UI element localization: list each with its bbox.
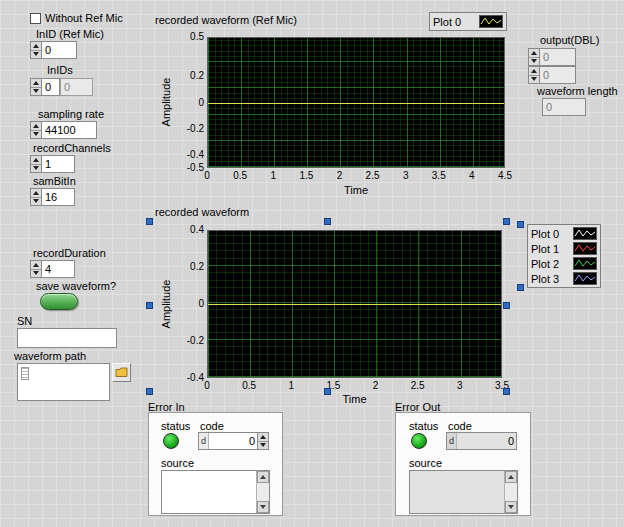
- source-label: source: [161, 457, 194, 469]
- plot-style-icon: [573, 257, 597, 270]
- decrement-icon[interactable]: [31, 198, 41, 206]
- increment-icon[interactable]: [31, 79, 41, 88]
- scrollbar[interactable]: [504, 471, 517, 513]
- scroll-up-icon[interactable]: [505, 471, 517, 483]
- selection-handle[interactable]: [324, 218, 331, 225]
- record-duration-control: 4: [30, 260, 75, 278]
- selection-handle[interactable]: [324, 388, 331, 395]
- legend-item[interactable]: Plot 3: [531, 271, 597, 286]
- save-waveform-button[interactable]: [40, 293, 78, 310]
- increment-icon[interactable]: [258, 433, 268, 442]
- y-tick-label: -0.2: [150, 335, 204, 347]
- scrollbar[interactable]: [256, 471, 269, 513]
- increment-icon[interactable]: [31, 261, 41, 270]
- scroll-down-icon[interactable]: [505, 501, 517, 513]
- decrement-icon[interactable]: [529, 58, 539, 66]
- inids-element-field[interactable]: 0: [60, 78, 93, 96]
- error-out-code-value: 0: [457, 433, 516, 449]
- radix-indicator: d: [447, 433, 457, 449]
- scroll-up-icon[interactable]: [257, 471, 269, 483]
- path-glyph-icon: [21, 367, 29, 380]
- selection-handle[interactable]: [517, 284, 524, 291]
- record-channels-field[interactable]: 1: [41, 155, 75, 173]
- scroll-down-icon[interactable]: [257, 501, 269, 513]
- x-tick-label: 3.5: [485, 380, 519, 392]
- legend-label: Plot 0: [531, 228, 559, 240]
- increment-icon[interactable]: [31, 122, 41, 131]
- inids-index-field[interactable]: 0: [41, 78, 60, 96]
- increment-icon[interactable]: [529, 67, 539, 76]
- selection-handle[interactable]: [146, 388, 153, 395]
- decrement-icon[interactable]: [529, 76, 539, 84]
- output-dbl-spinner-1: [528, 48, 539, 66]
- record-duration-field[interactable]: 4: [41, 260, 75, 278]
- selection-handle[interactable]: [146, 218, 153, 225]
- x-tick-label: 0.5: [232, 380, 266, 392]
- sampling-rate-field[interactable]: 44100: [41, 121, 97, 139]
- plot-style-icon: [573, 242, 597, 255]
- decrement-icon[interactable]: [31, 131, 41, 139]
- graph-title: recorded waveform: [155, 206, 249, 218]
- selection-handle[interactable]: [517, 221, 524, 228]
- sampling-rate-control: 44100: [30, 121, 97, 139]
- increment-icon[interactable]: [31, 156, 41, 165]
- legend-item[interactable]: Plot 0: [531, 226, 597, 241]
- inids-label: InIDs: [47, 64, 73, 76]
- x-axis-label: Time: [207, 184, 505, 196]
- output-dbl-control-2: 0: [528, 66, 576, 84]
- legend-item[interactable]: Plot 2: [531, 256, 597, 271]
- selection-handle[interactable]: [503, 302, 510, 309]
- increment-icon[interactable]: [31, 189, 41, 198]
- selection-handle[interactable]: [503, 388, 510, 395]
- error-in-code-control[interactable]: d 0: [198, 432, 269, 450]
- legend-item[interactable]: Plot 1: [531, 241, 597, 256]
- waveform-trace: [208, 304, 501, 305]
- waveform-graph: recorded waveform Amplitude Time 0.40.20…: [150, 204, 512, 408]
- record-duration-spinner: [30, 260, 41, 278]
- decrement-icon[interactable]: [31, 165, 41, 173]
- waveform-path-input[interactable]: [17, 363, 110, 401]
- plot-legend[interactable]: Plot 0Plot 1Plot 2Plot 3: [527, 224, 601, 288]
- error-in-code-value[interactable]: 0: [209, 433, 257, 449]
- selection-handle[interactable]: [146, 302, 153, 309]
- inid-control: 0: [30, 41, 77, 59]
- decrement-icon[interactable]: [31, 270, 41, 278]
- output-dbl-field-2: 0: [539, 66, 576, 84]
- increment-icon[interactable]: [529, 49, 539, 58]
- plot-legend[interactable]: Plot 0: [429, 12, 507, 31]
- decrement-icon[interactable]: [31, 51, 41, 59]
- plot-style-icon: [573, 227, 597, 240]
- inid-spinner: [30, 41, 41, 59]
- inid-field[interactable]: 0: [41, 41, 77, 59]
- sn-label: SN: [17, 315, 32, 327]
- inids-index-spinner: [30, 78, 41, 96]
- browse-button[interactable]: [112, 363, 131, 382]
- checkbox-box-icon[interactable]: [30, 13, 41, 24]
- increment-icon[interactable]: [31, 42, 41, 51]
- plot-style-icon: [479, 15, 503, 28]
- decrement-icon[interactable]: [31, 88, 41, 96]
- plot-style-icon: [573, 272, 597, 285]
- selection-handle[interactable]: [503, 218, 510, 225]
- x-tick-label: 1: [274, 380, 308, 392]
- decrement-icon[interactable]: [258, 442, 268, 450]
- status-label: status: [409, 420, 438, 432]
- legend-label: Plot 3: [531, 273, 559, 285]
- legend-item[interactable]: Plot 0: [433, 14, 503, 29]
- x-tick-label: 0: [190, 170, 224, 182]
- error-in-code-spinner: [257, 433, 268, 449]
- without-ref-mic-checkbox[interactable]: Without Ref Mic: [30, 12, 123, 24]
- sam-bit-in-spinner: [30, 188, 41, 206]
- error-in-cluster: status code d 0 source: [148, 412, 283, 516]
- waveform-trace: [208, 103, 504, 104]
- error-out-cluster: status code d 0 source: [395, 412, 531, 516]
- sam-bit-in-label: samBitIn: [33, 175, 76, 187]
- x-tick-label: 0: [190, 380, 224, 392]
- sn-input[interactable]: [17, 328, 117, 348]
- error-out-status-led: [411, 433, 427, 449]
- x-tick-label: 1.5: [316, 380, 350, 392]
- sam-bit-in-field[interactable]: 16: [41, 188, 75, 206]
- radix-indicator: d: [199, 433, 209, 449]
- error-in-source-control[interactable]: [161, 470, 270, 514]
- x-tick-label: 1: [256, 170, 290, 182]
